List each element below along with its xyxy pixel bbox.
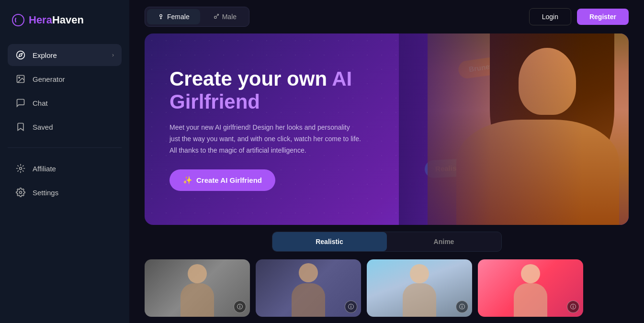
style-tabs-wrapper: Realistic Anime [145,232,629,252]
character-card-1[interactable]: ⓘ [145,259,250,317]
auth-buttons: Login Register [529,8,629,25]
gender-tabs: Female Male [145,7,249,27]
tab-male[interactable]: Male [202,9,247,24]
logo-icon [11,13,25,27]
create-girlfriend-button[interactable]: ✨ Create AI Girlfriend [169,169,275,191]
character-card-4[interactable]: ⓘ [478,259,583,317]
style-tabs: Realistic Anime [272,232,502,252]
svg-point-7 [160,14,162,17]
sidebar-item-saved[interactable]: Saved [8,116,122,138]
sidebar-label-chat: Chat [33,99,48,107]
wand-icon: ✨ [183,176,192,185]
hero-banner: Brunette Realistic Create your own AI Gi… [145,33,629,225]
svg-point-4 [19,77,20,78]
main-nav: Explore › Generator Chat [8,44,122,310]
svg-point-6 [20,191,22,194]
sidebar-item-chat[interactable]: Chat [8,92,122,114]
bottom-nav: Affiliate Settings [8,157,122,203]
settings-icon [15,187,26,198]
male-icon [213,13,219,20]
bookmark-icon [15,122,26,132]
hero-description: Meet your new AI girlfriend! Design her … [169,122,361,156]
svg-point-0 [12,14,24,26]
sidebar-item-affiliate[interactable]: Affiliate [8,157,122,179]
character-card-3[interactable]: ⓘ [367,259,472,317]
logo: HeraHaven [8,13,122,27]
sidebar-label-generator: Generator [33,75,65,83]
hero-title-start: Create your own [169,67,332,90]
sidebar-label-settings: Settings [33,189,58,197]
register-button[interactable]: Register [577,9,629,25]
sidebar-item-generator[interactable]: Generator [8,68,122,90]
generator-icon [15,74,26,84]
card-info-btn-3[interactable]: ⓘ [456,301,468,313]
svg-marker-2 [19,53,22,56]
tab-female[interactable]: Female [147,9,200,24]
login-button[interactable]: Login [529,8,571,25]
card-info-btn-2[interactable]: ⓘ [345,301,357,313]
top-bar: Female Male Login Register [129,0,644,33]
main-content: Female Male Login Register Brunette Real… [129,0,644,323]
sidebar-label-explore: Explore [33,51,57,59]
character-card-2[interactable]: ⓘ [256,259,361,317]
hero-content: Create your own AI Girlfriend Meet your … [145,67,386,191]
card-info-btn-1[interactable]: ⓘ [234,301,246,313]
hero-title: Create your own AI Girlfriend [169,67,361,114]
nav-divider [8,147,122,148]
sidebar-item-settings[interactable]: Settings [8,181,122,203]
sidebar: HeraHaven Explore › Gener [0,0,129,323]
sidebar-item-explore[interactable]: Explore › [8,44,122,66]
chevron-icon: › [112,52,114,58]
affiliate-icon [15,163,26,174]
hero-person-area [399,33,629,225]
svg-point-5 [20,167,22,170]
chat-icon [15,98,26,108]
svg-point-10 [214,16,216,19]
compass-icon [15,50,26,60]
logo-text: HeraHaven [29,14,84,26]
character-cards-row: ⓘ ⓘ ⓘ [145,259,629,317]
card-info-btn-4[interactable]: ⓘ [567,301,579,313]
hero-title-ai: AI [332,67,352,90]
tab-anime[interactable]: Anime [387,232,501,251]
sidebar-label-affiliate: Affiliate [33,165,56,173]
bottom-section: Realistic Anime ⓘ [129,225,644,317]
tab-realistic[interactable]: Realistic [272,232,387,251]
female-icon [158,13,164,20]
svg-point-1 [17,51,25,59]
hero-title-gf: Girlfriend [169,90,361,113]
sidebar-label-saved: Saved [33,123,53,131]
